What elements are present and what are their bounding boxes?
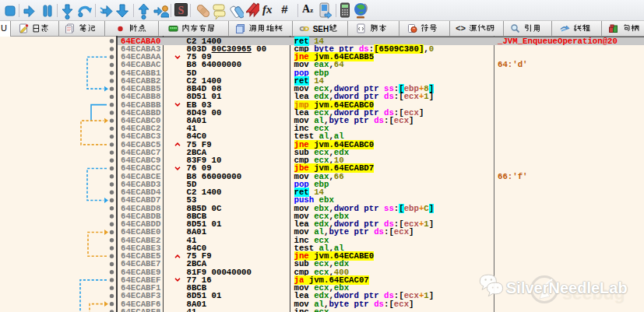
svg-text:<>: <> xyxy=(456,24,466,33)
svg-text:S: S xyxy=(178,5,185,16)
